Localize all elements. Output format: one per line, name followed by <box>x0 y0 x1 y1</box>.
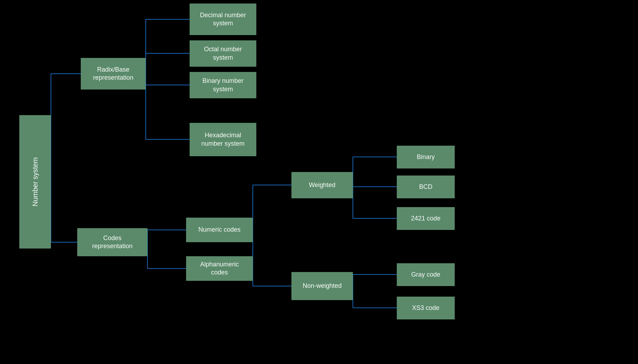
numeric-node: Numeric codes <box>186 218 253 242</box>
weighted-node: Weighted <box>291 172 353 198</box>
alphanumeric-node: Alphanumeric codes <box>186 256 253 281</box>
root-node: Number system <box>19 115 51 249</box>
gray-node: Gray code <box>397 263 455 286</box>
non-weighted-node: Non-weighted <box>291 272 353 300</box>
bcd-node: BCD <box>397 176 455 198</box>
hex-node: Hexadecimal number system <box>190 123 256 156</box>
decimal-node: Decimal number system <box>190 4 256 35</box>
xs3-node: XS3 code <box>397 297 455 319</box>
2421-node: 2421 code <box>397 207 455 230</box>
octal-node: Octal number system <box>190 40 256 67</box>
binary-radix-node: Binary number system <box>190 72 256 98</box>
radix-node: Radix/Base representation <box>81 58 146 90</box>
codes-node: Codes representation <box>77 228 147 256</box>
binary-leaf-node: Binary <box>397 146 455 168</box>
